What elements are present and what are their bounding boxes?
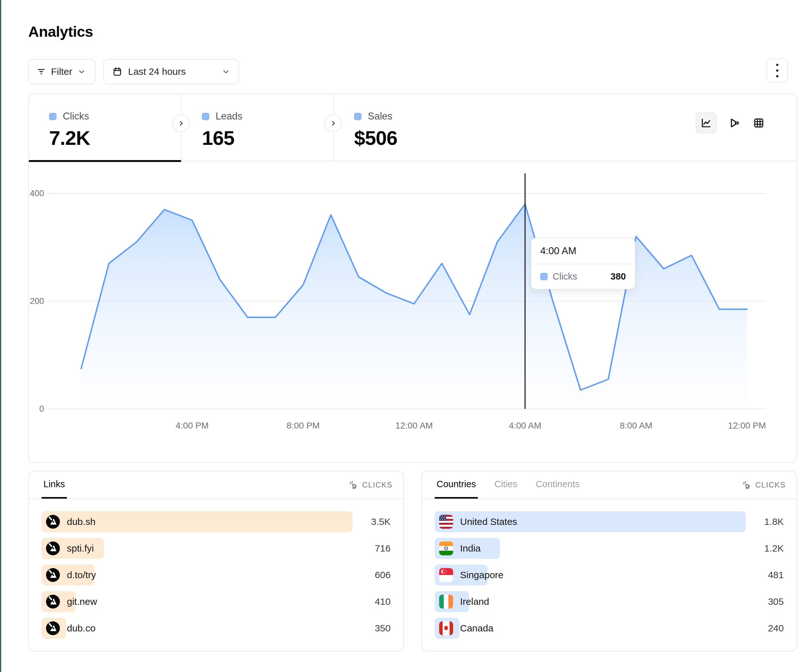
dub-logo-icon (46, 621, 60, 635)
leads-legend-chip (202, 113, 209, 120)
page-title: Analytics (28, 23, 93, 40)
table-view-button[interactable] (753, 117, 765, 129)
flag-in-icon (439, 541, 453, 555)
dub-logo-icon (46, 595, 60, 609)
leaderboard-row[interactable]: India1.2K (435, 538, 784, 559)
leaderboard-row[interactable]: Canada240 (435, 618, 784, 639)
svg-text:8:00 PM: 8:00 PM (287, 421, 320, 430)
sales-legend-chip (354, 113, 362, 120)
flag-sg-icon (439, 568, 453, 582)
row-value: 305 (768, 591, 784, 612)
svg-text:12:00 AM: 12:00 AM (396, 421, 433, 430)
singapore-flag-icon (439, 568, 453, 582)
svg-text:0: 0 (39, 404, 44, 414)
stat-value: $506 (354, 126, 486, 149)
tooltip-time: 4:00 AM (531, 238, 635, 264)
row-value: 3.5K (371, 511, 391, 532)
dub-logo-icon (46, 621, 60, 635)
row-label: Ireland (460, 596, 489, 607)
leaderboard-row[interactable]: d.to/try606 (41, 565, 391, 585)
tab-leads[interactable]: Leads 165 (182, 94, 334, 161)
filter-button[interactable]: Filter (28, 59, 96, 84)
flag-ca-icon (439, 621, 453, 635)
chevron-down-icon (222, 68, 230, 76)
row-value: 481 (768, 565, 784, 585)
flag-us-icon (439, 515, 453, 529)
canada-flag-icon (439, 621, 453, 635)
expand-clicks-button[interactable] (172, 114, 190, 132)
calendar-icon (112, 67, 123, 77)
tab-cities[interactable]: Cities (492, 471, 519, 499)
row-value: 716 (375, 538, 391, 559)
chart-area-fill (81, 204, 747, 409)
stat-label: Sales (368, 111, 392, 122)
row-value: 410 (375, 591, 391, 612)
cursor-click-icon (349, 480, 358, 490)
tooltip-value: 380 (611, 271, 626, 282)
row-label: dub.co (67, 623, 96, 634)
row-label: Singapore (460, 570, 503, 580)
dub-logo-icon (46, 568, 60, 582)
links-panel: Links CLICKS dub.sh3.5Kspti.fyi716d.to/t… (28, 471, 404, 652)
line-chart-view-button[interactable] (696, 113, 716, 133)
date-range-button[interactable]: Last 24 hours (103, 59, 239, 84)
dub-logo-icon (46, 541, 60, 555)
svg-text:8:00 AM: 8:00 AM (620, 421, 653, 430)
tab-links[interactable]: Links (41, 471, 67, 499)
stat-label: Clicks (63, 111, 89, 122)
filter-icon (36, 67, 46, 77)
chart-tooltip: 4:00 AM Clicks 380 (531, 238, 635, 289)
row-value: 240 (768, 618, 784, 639)
analytics-page: Analytics Filter Last 24 hours Clicks (0, 0, 812, 672)
row-label: spti.fyi (67, 543, 94, 554)
funnel-icon (728, 117, 741, 129)
leaderboard-row[interactable]: dub.sh3.5K (41, 511, 391, 532)
line-chart-icon (700, 117, 712, 129)
stats-tab-row: Clicks 7.2K Leads 165 Sales $506 (29, 94, 797, 161)
dub-logo-icon (46, 595, 60, 609)
tab-sales[interactable]: Sales $506 (334, 94, 486, 161)
row-label: United States (460, 516, 517, 527)
row-label: India (460, 543, 481, 554)
clicks-area-chart[interactable]: 02004004:00 PM8:00 PM12:00 AM4:00 AM8:00… (29, 161, 798, 463)
countries-metric-selector[interactable]: CLICKS (742, 480, 786, 490)
tab-countries[interactable]: Countries (435, 471, 478, 499)
svg-text:400: 400 (30, 189, 44, 198)
metric-label: CLICKS (362, 481, 392, 490)
tab-continents[interactable]: Continents (534, 471, 582, 499)
tab-clicks[interactable]: Clicks 7.2K (29, 94, 181, 161)
row-value: 1.8K (764, 511, 784, 532)
stat-value: 165 (202, 126, 334, 149)
dub-logo-icon (46, 515, 60, 529)
svg-text:4:00 AM: 4:00 AM (509, 421, 542, 430)
more-options-button[interactable] (766, 58, 788, 83)
tooltip-legend-chip (540, 273, 548, 280)
us-flag-icon (439, 515, 453, 529)
cursor-click-icon (742, 480, 751, 490)
kebab-icon (776, 64, 778, 77)
leaderboard-row[interactable]: United States1.8K (435, 511, 784, 532)
flag-ie-icon (439, 595, 453, 609)
filter-label: Filter (51, 66, 72, 77)
expand-leads-button[interactable] (324, 114, 342, 132)
leaderboard-row[interactable]: Singapore481 (435, 565, 784, 585)
leaderboard-row[interactable]: git.new410 (41, 591, 391, 612)
stat-value: 7.2K (49, 126, 181, 149)
svg-text:200: 200 (30, 297, 44, 306)
links-metric-selector[interactable]: CLICKS (349, 480, 392, 490)
leaderboard-row[interactable]: Ireland305 (435, 591, 784, 612)
analytics-card: Clicks 7.2K Leads 165 Sales $506 (28, 94, 797, 463)
svg-text:12:00 PM: 12:00 PM (728, 421, 766, 430)
row-value: 606 (375, 565, 391, 585)
leaderboard-row[interactable]: dub.co350 (41, 618, 391, 639)
funnel-view-button[interactable] (728, 117, 741, 129)
india-flag-icon (439, 541, 453, 555)
clicks-legend-chip (49, 113, 56, 120)
chevron-right-icon (329, 119, 338, 128)
leaderboard-row[interactable]: spti.fyi716 (41, 538, 391, 559)
row-label: d.to/try (67, 570, 96, 580)
countries-panel: Countries Cities Continents CLICKS Unite… (421, 471, 797, 652)
tooltip-series: Clicks (553, 271, 577, 282)
table-grid-icon (753, 117, 765, 129)
row-label: Canada (460, 623, 493, 634)
